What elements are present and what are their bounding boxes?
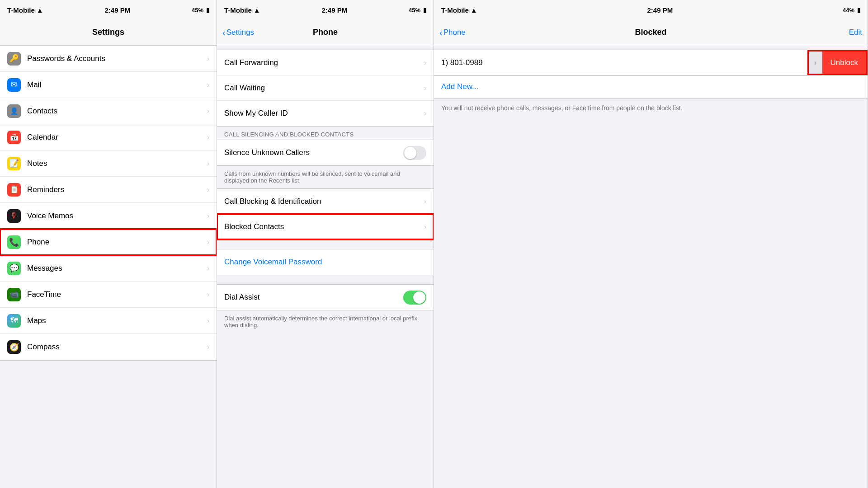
- phone-spacer-2: [217, 275, 434, 284]
- blockedcontacts-label: Blocked Contacts: [224, 222, 424, 231]
- showcallerid-label: Show My Caller ID: [224, 109, 424, 118]
- settings-item-voicememos[interactable]: 🎙 Voice Memos ›: [0, 203, 217, 229]
- phone-item-blockedcontacts[interactable]: Blocked Contacts ›: [217, 214, 434, 239]
- phone-item-callforwarding[interactable]: Call Forwarding ›: [217, 50, 434, 75]
- carrier-3: T-Mobile: [441, 6, 469, 14]
- blocked-description: You will not receive phone calls, messag…: [434, 99, 868, 118]
- phone-top-group: Call Forwarding › Call Waiting › Show My…: [217, 50, 434, 127]
- unblock-button[interactable]: Unblock: [822, 52, 866, 74]
- compass-chevron: ›: [207, 343, 209, 351]
- status-right-1: 45% ▮: [192, 7, 209, 14]
- status-right-2: 45% ▮: [409, 7, 426, 14]
- status-left-1: T-Mobile ▲: [7, 6, 43, 14]
- callforwarding-label: Call Forwarding: [224, 58, 424, 67]
- time-1: 2:49 PM: [104, 6, 130, 14]
- mail-icon: ✉: [7, 78, 21, 92]
- phone-item-showcallerid[interactable]: Show My Caller ID ›: [217, 101, 434, 126]
- reminders-label: Reminders: [27, 185, 207, 194]
- battery-2: 45%: [409, 7, 420, 14]
- status-left-3: T-Mobile ▲: [441, 6, 477, 14]
- contacts-label: Contacts: [27, 107, 207, 116]
- battery-icon-3: ▮: [857, 7, 860, 14]
- compass-label: Compass: [27, 343, 207, 352]
- phone-title: Phone: [313, 28, 338, 37]
- callwaiting-label: Call Waiting: [224, 84, 424, 93]
- mail-label: Mail: [27, 80, 207, 89]
- compass-icon: 🧭: [7, 340, 21, 354]
- notes-chevron: ›: [207, 160, 209, 168]
- settings-item-notes[interactable]: 📝 Notes ›: [0, 150, 217, 177]
- wifi-icon-2: ▲: [254, 6, 260, 14]
- reminders-icon: 📋: [7, 183, 21, 197]
- phone-item-callblocking[interactable]: Call Blocking & Identification ›: [217, 189, 434, 214]
- settings-item-reminders[interactable]: 📋 Reminders ›: [0, 177, 217, 203]
- passwords-chevron: ›: [207, 55, 209, 63]
- silence-group: Silence Unknown Callers: [217, 140, 434, 166]
- phone-back-button[interactable]: ‹ Settings: [222, 28, 254, 37]
- settings-item-maps[interactable]: 🗺 Maps ›: [0, 308, 217, 334]
- settings-group: 🔑 Passwords & Accounts › ✉ Mail › 👤 Cont…: [0, 45, 217, 361]
- blocked-list: 1) 801-0989 › Unblock Add New... You wil…: [434, 45, 868, 488]
- add-new-button[interactable]: Add New...: [434, 76, 868, 98]
- battery-1: 45%: [192, 7, 203, 14]
- call-silencing-section-label: CALL SILENCING AND BLOCKED CONTACTS: [217, 127, 434, 140]
- wifi-icon: ▲: [37, 6, 43, 14]
- passwords-label: Passwords & Accounts: [27, 54, 207, 63]
- contacts-icon: 👤: [7, 104, 21, 118]
- phone-item-callwaiting[interactable]: Call Waiting ›: [217, 75, 434, 101]
- dialassist-toggle-thumb: [413, 291, 425, 304]
- blocked-back-label: Phone: [443, 28, 466, 37]
- phone-icon: 📞: [7, 235, 21, 249]
- blocked-back-button[interactable]: ‹ Phone: [439, 28, 466, 37]
- battery-icon-1: ▮: [206, 7, 209, 14]
- reminders-chevron: ›: [207, 186, 209, 194]
- phone-item-silence[interactable]: Silence Unknown Callers: [217, 140, 434, 165]
- messages-chevron: ›: [207, 264, 209, 272]
- notes-icon: 📝: [7, 157, 21, 170]
- phone-label: Phone: [27, 238, 207, 247]
- settings-item-mail[interactable]: ✉ Mail ›: [0, 72, 217, 98]
- blocked-back-chevron: ‹: [439, 28, 443, 37]
- status-right-3: 44% ▮: [843, 7, 860, 14]
- settings-item-facetime[interactable]: 📹 FaceTime ›: [0, 282, 217, 308]
- time-3: 2:49 PM: [647, 6, 673, 14]
- unblock-arrow-icon: ›: [809, 52, 822, 74]
- calendar-chevron: ›: [207, 133, 209, 141]
- dialassist-label: Dial Assist: [224, 293, 403, 302]
- time-2: 2:49 PM: [321, 6, 347, 14]
- facetime-chevron: ›: [207, 291, 209, 299]
- blocked-edit-button[interactable]: Edit: [849, 28, 862, 37]
- phone-item-dialassist[interactable]: Dial Assist: [217, 285, 434, 310]
- phone-chevron: ›: [207, 238, 209, 246]
- settings-item-phone[interactable]: 📞 Phone ›: [0, 229, 217, 255]
- settings-panel: T-Mobile ▲ 2:49 PM 45% ▮ Settings 🔑 Pass…: [0, 0, 217, 488]
- settings-item-calendar[interactable]: 📅 Calendar ›: [0, 124, 217, 150]
- passwords-icon: 🔑: [7, 52, 21, 66]
- silence-label: Silence Unknown Callers: [224, 148, 403, 157]
- settings-item-compass[interactable]: 🧭 Compass ›: [0, 334, 217, 360]
- phone-item-voicemailpw[interactable]: Change Voicemail Password: [217, 249, 434, 275]
- carrier-1: T-Mobile: [7, 6, 35, 14]
- settings-item-contacts[interactable]: 👤 Contacts ›: [0, 98, 217, 124]
- settings-list: 🔑 Passwords & Accounts › ✉ Mail › 👤 Cont…: [0, 45, 217, 488]
- phone-panel: T-Mobile ▲ 2:49 PM 45% ▮ ‹ Settings Phon…: [217, 0, 434, 488]
- blocked-number-item[interactable]: 1) 801-0989 › Unblock: [434, 50, 868, 75]
- callforwarding-chevron: ›: [424, 59, 426, 67]
- voicememos-label: Voice Memos: [27, 211, 207, 221]
- blocked-panel: T-Mobile ▲ 2:49 PM 44% ▮ ‹ Phone Blocked…: [434, 0, 868, 488]
- unblock-wrapper: › Unblock: [807, 50, 868, 75]
- settings-item-messages[interactable]: 💬 Messages ›: [0, 255, 217, 282]
- blocked-number-label: 1) 801-0989: [441, 58, 786, 67]
- facetime-icon: 📹: [7, 288, 21, 301]
- facetime-label: FaceTime: [27, 290, 207, 299]
- settings-item-passwords[interactable]: 🔑 Passwords & Accounts ›: [0, 46, 217, 72]
- maps-label: Maps: [27, 316, 207, 325]
- status-bar-1: T-Mobile ▲ 2:49 PM 45% ▮: [0, 0, 217, 20]
- silence-toggle-thumb: [404, 147, 416, 159]
- blocked-title: Blocked: [635, 28, 666, 37]
- dialassist-toggle[interactable]: [403, 291, 426, 305]
- add-new-group: Add New...: [434, 76, 868, 99]
- callblocking-chevron: ›: [424, 197, 426, 206]
- mail-chevron: ›: [207, 81, 209, 89]
- silence-toggle[interactable]: [403, 146, 426, 160]
